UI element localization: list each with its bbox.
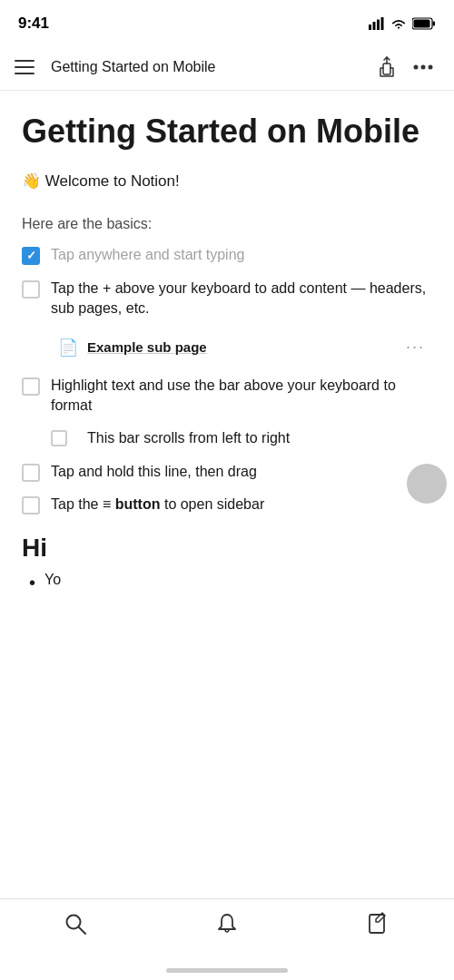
wifi-icon [390,17,407,30]
bullet-text-1: Yo [44,572,61,588]
share-button[interactable] [370,51,403,83]
status-bar: 9:41 [0,0,454,44]
page-title: Getting Started on Mobile [22,113,432,150]
check-item-3: Highlight text and use the bar above you… [22,376,432,449]
check-item-3-row: Highlight text and use the bar above you… [22,376,432,416]
main-content: Getting Started on Mobile 👋 Welcome to N… [0,91,454,612]
svg-point-10 [429,64,433,69]
welcome-line: 👋 Welcome to Notion! [22,172,432,191]
status-icons [369,17,436,30]
svg-rect-2 [377,20,380,31]
checkbox-2[interactable] [22,280,40,299]
hi-section: Hi • Yo [22,534,432,593]
share-icon [377,56,397,78]
svg-point-11 [67,916,81,929]
nested-check-1: This bar scrolls from left to right [51,428,432,448]
hi-title: Hi [22,534,432,563]
svg-rect-7 [383,64,390,74]
battery-icon [412,17,436,30]
sub-page-inner: 📄 Example sub page [58,338,207,358]
checkbox-4[interactable] [22,464,40,482]
status-time: 9:41 [18,15,49,33]
check-text-1: Tap anywhere and start typing [51,245,432,265]
basics-label: Here are the basics: [22,216,432,232]
check-item-1: Tap anywhere and start typing [22,245,432,265]
edit-icon [367,912,390,936]
more-icon [413,64,433,70]
svg-rect-1 [373,22,376,30]
check-item-4: Tap and hold this line, then drag [22,462,432,482]
check-text-2: Tap the + above your keyboard to add con… [51,279,432,319]
more-button[interactable] [407,51,439,83]
check-item-5: Tap the ≡ button to open sidebar [22,495,432,514]
sub-page-dots[interactable]: ··· [406,338,425,357]
check-text-5-bold: button [111,496,160,512]
bullet-dot: • [29,572,35,593]
drag-dot [407,464,447,504]
nested-checkbox-1[interactable] [51,430,67,446]
checkbox-5[interactable] [22,496,40,514]
notifications-tab[interactable] [215,912,239,936]
check-text-5-icon: ≡ [103,496,111,512]
check-text-5-before: Tap the [51,496,103,512]
nested-check-text-1: This bar scrolls from left to right [87,428,290,448]
welcome-emoji: 👋 [22,172,41,190]
sub-page-icon: 📄 [58,338,78,358]
nav-title: Getting Started on Mobile [51,59,370,75]
sub-page-label[interactable]: Example sub page [87,339,207,355]
nav-actions [370,51,439,83]
check-item-2: Tap the + above your keyboard to add con… [22,279,432,363]
welcome-text: Welcome to Notion! [41,172,180,190]
svg-rect-5 [414,20,430,28]
checkbox-3[interactable] [22,377,40,396]
svg-line-12 [79,927,85,934]
svg-point-9 [421,64,426,69]
check-item-2-row: Tap the + above your keyboard to add con… [22,279,432,319]
check-text-4: Tap and hold this line, then drag [51,462,432,482]
check-text-3: Highlight text and use the bar above you… [51,376,432,416]
sub-page-row: 📄 Example sub page ··· [51,332,432,363]
check-text-5: Tap the ≡ button to open sidebar [51,495,432,514]
home-indicator [166,968,288,973]
checklist: Tap anywhere and start typing Tap the + … [22,245,432,514]
signal-icon [369,17,385,30]
bullet-item-1: • Yo [29,572,432,593]
check-text-5-after: to open sidebar [160,496,264,512]
new-page-tab[interactable] [367,912,390,936]
search-tab[interactable] [64,912,87,936]
svg-point-8 [414,64,419,69]
menu-button[interactable] [15,53,44,82]
svg-rect-6 [433,22,436,26]
checkbox-1[interactable] [22,247,40,265]
bell-icon [215,912,239,936]
search-icon [64,912,87,936]
svg-rect-0 [369,24,371,30]
nav-bar: Getting Started on Mobile [0,44,454,91]
svg-rect-3 [381,17,384,30]
